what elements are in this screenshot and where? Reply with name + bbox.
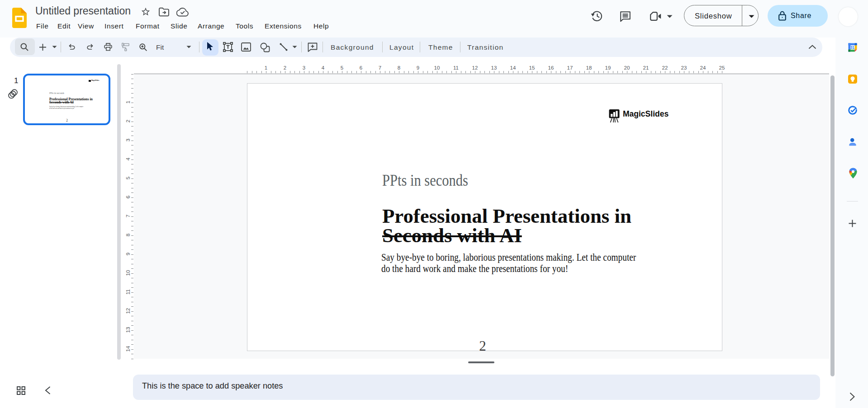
svg-text:31: 31 <box>850 46 855 50</box>
